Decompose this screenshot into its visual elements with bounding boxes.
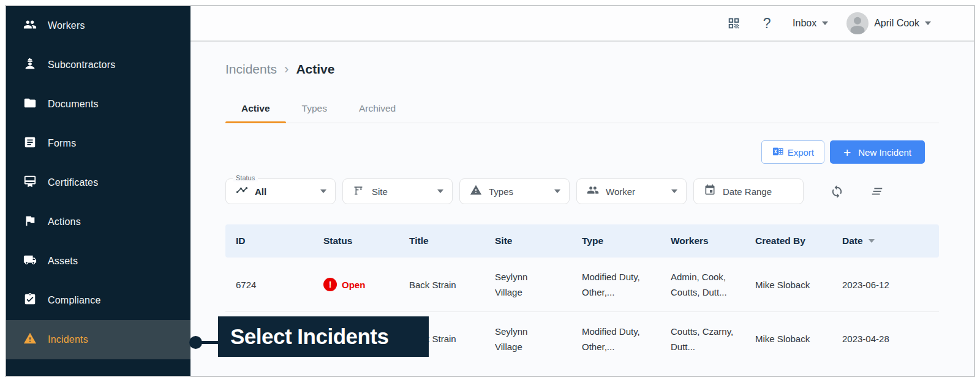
sidebar-item-label: Workers (48, 20, 85, 31)
cell-workers: Coutts, Czarny, Dutt... (671, 324, 755, 354)
forms-icon (23, 136, 37, 151)
open-status-icon: ! (323, 278, 337, 291)
sidebar-item-incidents[interactable]: Incidents (6, 320, 190, 359)
sidebar-item-workers[interactable]: Workers (6, 6, 190, 45)
sort-down-icon (869, 239, 875, 243)
certificates-icon (23, 175, 37, 191)
chevron-down-icon (671, 189, 677, 193)
column-header-date[interactable]: Date (842, 235, 939, 246)
sort-lines-icon[interactable] (869, 183, 885, 199)
column-header-title[interactable]: Title (409, 235, 495, 246)
documents-icon (23, 96, 37, 112)
export-label: Export (788, 147, 814, 158)
export-button[interactable]: Export (761, 140, 824, 164)
avatar (846, 12, 869, 34)
sidebar-item-forms[interactable]: Forms (6, 124, 190, 163)
status-filter[interactable]: Status All (225, 178, 336, 204)
site-filter[interactable]: Site (342, 178, 453, 204)
cell-date: 2023-06-12 (842, 277, 939, 292)
actions-icon (23, 214, 37, 230)
help-icon[interactable]: ? (760, 16, 774, 31)
sidebar-item-label: Incidents (48, 334, 88, 345)
cell-date: 2023-04-28 (842, 331, 939, 346)
callout: Select Incidents (218, 316, 429, 357)
status-filter-label: Status (233, 174, 258, 181)
worker-filter[interactable]: Worker (576, 178, 687, 204)
date-range-filter[interactable]: Date Range (693, 178, 804, 204)
chevron-down-icon (320, 189, 326, 193)
cell-id: 6724 (236, 277, 323, 292)
status-label: Open (342, 277, 365, 292)
sidebar-item-label: Actions (48, 216, 81, 227)
app-frame: Workers Subcontractors Documents Forms C… (5, 5, 975, 377)
new-incident-label: New Incident (858, 147, 911, 158)
column-header-id[interactable]: ID (236, 235, 323, 246)
user-menu[interactable]: April Cook (846, 12, 931, 34)
compliance-icon (23, 292, 37, 308)
cell-created-by: Mike Sloback (755, 331, 842, 346)
subcontractors-icon (23, 57, 37, 73)
sidebar-item-label: Compliance (48, 295, 100, 306)
column-header-site[interactable]: Site (495, 235, 582, 246)
filters-row: Status All Site Types Worker (225, 178, 939, 204)
status-filter-value: All (255, 186, 314, 197)
date-range-filter-label: Date Range (723, 186, 794, 197)
tab-types[interactable]: Types (286, 96, 343, 123)
cell-workers: Admin, Cook, Coutts, Dutt... (671, 269, 755, 300)
timeline-icon (236, 184, 248, 199)
cell-site: Seylynn Village (495, 269, 545, 300)
incidents-icon (23, 332, 37, 348)
tab-active[interactable]: Active (225, 96, 286, 123)
workers-icon (23, 18, 37, 34)
column-header-status[interactable]: Status (323, 235, 409, 246)
sidebar-item-documents[interactable]: Documents (6, 85, 190, 124)
cell-title: Back Strain (409, 277, 495, 292)
sidebar-item-certificates[interactable]: Certificates (6, 163, 190, 202)
topbar: ? Inbox April Cook (190, 6, 974, 42)
chevron-down-icon (554, 189, 560, 193)
column-header-workers[interactable]: Workers (671, 235, 755, 246)
cell-status: ! Open (323, 277, 409, 292)
chevron-down-icon (822, 21, 828, 25)
cell-created-by: Mike Sloback (755, 277, 842, 292)
inbox-label: Inbox (793, 18, 816, 29)
breadcrumb-current: Active (296, 62, 334, 77)
tab-archived[interactable]: Archived (343, 96, 412, 123)
warning-icon (470, 184, 482, 199)
calendar-icon (704, 184, 716, 199)
refresh-icon[interactable] (829, 183, 845, 199)
types-filter[interactable]: Types (459, 178, 570, 204)
excel-icon (772, 145, 784, 159)
column-header-type[interactable]: Type (582, 235, 671, 246)
chevron-down-icon (925, 21, 931, 25)
sidebar-item-subcontractors[interactable]: Subcontractors (6, 45, 190, 85)
qr-code-icon[interactable] (726, 16, 741, 31)
column-header-created-by[interactable]: Created By (755, 235, 842, 246)
worker-filter-label: Worker (606, 186, 665, 197)
assets-icon (23, 253, 37, 269)
sidebar-item-assets[interactable]: Assets (6, 242, 190, 281)
types-filter-label: Types (489, 186, 548, 197)
user-name: April Cook (874, 18, 919, 29)
callout-connector-line (198, 341, 221, 344)
cell-type: Modified Duty, Other,... (582, 269, 671, 300)
new-incident-button[interactable]: + New Incident (830, 140, 925, 164)
breadcrumb-separator: › (284, 61, 288, 77)
breadcrumb-parent[interactable]: Incidents (225, 62, 277, 77)
people-icon (587, 184, 599, 199)
inbox-menu[interactable]: Inbox (793, 18, 828, 29)
callout-label: Select Incidents (230, 324, 388, 349)
tab-bar: Active Types Archived (225, 96, 939, 123)
breadcrumb: Incidents › Active (225, 61, 939, 77)
table-row[interactable]: 6724 ! Open Back Strain Seylynn Village … (225, 258, 939, 311)
chevron-down-icon (437, 189, 443, 193)
sidebar-item-label: Forms (48, 138, 76, 149)
sidebar-item-compliance[interactable]: Compliance (6, 281, 190, 320)
sidebar-item-label: Assets (48, 256, 78, 267)
actions-row: Export + New Incident (225, 140, 939, 164)
site-filter-label: Site (372, 186, 431, 197)
sidebar: Workers Subcontractors Documents Forms C… (6, 6, 190, 376)
plus-icon: + (843, 146, 851, 159)
sidebar-item-label: Subcontractors (48, 59, 115, 71)
sidebar-item-actions[interactable]: Actions (6, 202, 190, 242)
